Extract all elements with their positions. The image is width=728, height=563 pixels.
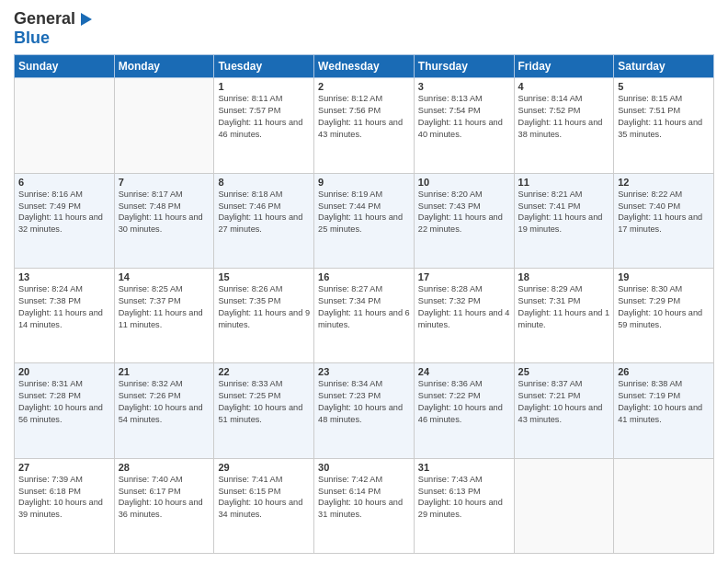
calendar-day-cell: 30Sunrise: 7:42 AMSunset: 6:14 PMDayligh… xyxy=(314,458,415,553)
day-number: 14 xyxy=(119,271,210,282)
logo-line1: General xyxy=(14,9,75,29)
calendar-day-cell: 8Sunrise: 8:18 AMSunset: 7:46 PMDaylight… xyxy=(214,173,314,268)
calendar-week-row: 1Sunrise: 8:11 AMSunset: 7:57 PMDaylight… xyxy=(15,78,714,173)
day-info: Sunrise: 8:28 AMSunset: 7:32 PMDaylight:… xyxy=(418,283,510,331)
day-number: 10 xyxy=(418,177,510,188)
day-info: Sunrise: 8:34 AMSunset: 7:23 PMDaylight:… xyxy=(318,378,410,426)
day-number: 25 xyxy=(518,366,610,377)
calendar-day-cell: 20Sunrise: 8:31 AMSunset: 7:28 PMDayligh… xyxy=(15,363,115,458)
day-number: 6 xyxy=(18,177,110,188)
day-number: 1 xyxy=(218,81,310,92)
calendar-week-row: 13Sunrise: 8:24 AMSunset: 7:38 PMDayligh… xyxy=(15,269,714,363)
day-number: 9 xyxy=(318,177,410,188)
day-info: Sunrise: 8:27 AMSunset: 7:34 PMDaylight:… xyxy=(318,283,410,331)
calendar-day-cell: 14Sunrise: 8:25 AMSunset: 7:37 PMDayligh… xyxy=(114,269,214,363)
day-number: 8 xyxy=(218,177,310,188)
day-number: 28 xyxy=(119,462,210,473)
calendar-day-cell: 29Sunrise: 7:41 AMSunset: 6:15 PMDayligh… xyxy=(214,458,314,553)
day-info: Sunrise: 7:43 AMSunset: 6:13 PMDaylight:… xyxy=(418,474,510,522)
day-number: 15 xyxy=(218,271,310,282)
day-info: Sunrise: 8:18 AMSunset: 7:46 PMDaylight:… xyxy=(218,189,310,236)
calendar-day-cell: 26Sunrise: 8:38 AMSunset: 7:19 PMDayligh… xyxy=(614,363,714,458)
calendar-day-cell: 12Sunrise: 8:22 AMSunset: 7:40 PMDayligh… xyxy=(614,173,714,268)
calendar-empty-cell xyxy=(514,458,614,553)
weekday-header-row: SundayMondayTuesdayWednesdayThursdayFrid… xyxy=(15,55,714,78)
logo-graphic: General Blue xyxy=(14,9,75,47)
calendar-day-cell: 6Sunrise: 8:16 AMSunset: 7:49 PMDaylight… xyxy=(15,173,115,268)
day-number: 12 xyxy=(618,177,710,188)
day-number: 13 xyxy=(18,271,110,282)
calendar-empty-cell xyxy=(114,78,214,173)
day-info: Sunrise: 8:36 AMSunset: 7:22 PMDaylight:… xyxy=(418,378,510,426)
day-number: 22 xyxy=(218,366,310,377)
logo: General Blue xyxy=(14,9,75,47)
day-info: Sunrise: 8:14 AMSunset: 7:52 PMDaylight:… xyxy=(518,93,610,141)
day-info: Sunrise: 8:11 AMSunset: 7:57 PMDaylight:… xyxy=(218,93,310,141)
calendar-day-cell: 24Sunrise: 8:36 AMSunset: 7:22 PMDayligh… xyxy=(414,363,514,458)
day-info: Sunrise: 8:21 AMSunset: 7:41 PMDaylight:… xyxy=(518,189,610,236)
calendar-week-row: 20Sunrise: 8:31 AMSunset: 7:28 PMDayligh… xyxy=(15,363,714,458)
calendar-day-cell: 5Sunrise: 8:15 AMSunset: 7:51 PMDaylight… xyxy=(614,78,714,173)
calendar-day-cell: 1Sunrise: 8:11 AMSunset: 7:57 PMDaylight… xyxy=(214,78,314,173)
day-info: Sunrise: 8:29 AMSunset: 7:31 PMDaylight:… xyxy=(518,283,610,331)
calendar-day-cell: 25Sunrise: 8:37 AMSunset: 7:21 PMDayligh… xyxy=(514,363,614,458)
day-number: 24 xyxy=(418,366,510,377)
calendar-day-cell: 4Sunrise: 8:14 AMSunset: 7:52 PMDaylight… xyxy=(514,78,614,173)
day-info: Sunrise: 8:24 AMSunset: 7:38 PMDaylight:… xyxy=(18,283,110,331)
day-number: 23 xyxy=(318,366,410,377)
day-number: 18 xyxy=(518,271,610,282)
calendar-day-cell: 7Sunrise: 8:17 AMSunset: 7:48 PMDaylight… xyxy=(114,173,214,268)
day-info: Sunrise: 8:13 AMSunset: 7:54 PMDaylight:… xyxy=(418,93,510,141)
calendar-day-cell: 17Sunrise: 8:28 AMSunset: 7:32 PMDayligh… xyxy=(414,269,514,363)
weekday-header: Saturday xyxy=(614,55,714,78)
day-number: 21 xyxy=(119,366,210,377)
weekday-header: Tuesday xyxy=(214,55,314,78)
day-info: Sunrise: 8:20 AMSunset: 7:43 PMDaylight:… xyxy=(418,189,510,236)
day-info: Sunrise: 8:37 AMSunset: 7:21 PMDaylight:… xyxy=(518,378,610,426)
calendar-day-cell: 22Sunrise: 8:33 AMSunset: 7:25 PMDayligh… xyxy=(214,363,314,458)
day-info: Sunrise: 8:25 AMSunset: 7:37 PMDaylight:… xyxy=(119,283,210,331)
day-info: Sunrise: 8:38 AMSunset: 7:19 PMDaylight:… xyxy=(618,378,710,426)
calendar-day-cell: 16Sunrise: 8:27 AMSunset: 7:34 PMDayligh… xyxy=(314,269,415,363)
calendar-day-cell: 27Sunrise: 7:39 AMSunset: 6:18 PMDayligh… xyxy=(15,458,115,553)
day-info: Sunrise: 8:19 AMSunset: 7:44 PMDaylight:… xyxy=(318,189,410,236)
day-number: 16 xyxy=(318,271,410,282)
day-number: 7 xyxy=(119,177,210,188)
weekday-header: Wednesday xyxy=(314,55,415,78)
day-number: 26 xyxy=(618,366,710,377)
day-number: 17 xyxy=(418,271,510,282)
calendar-day-cell: 21Sunrise: 8:32 AMSunset: 7:26 PMDayligh… xyxy=(114,363,214,458)
calendar-day-cell: 15Sunrise: 8:26 AMSunset: 7:35 PMDayligh… xyxy=(214,269,314,363)
calendar-day-cell: 18Sunrise: 8:29 AMSunset: 7:31 PMDayligh… xyxy=(514,269,614,363)
calendar-day-cell: 3Sunrise: 8:13 AMSunset: 7:54 PMDaylight… xyxy=(414,78,514,173)
day-number: 27 xyxy=(18,462,110,473)
day-info: Sunrise: 8:33 AMSunset: 7:25 PMDaylight:… xyxy=(218,378,310,426)
calendar-day-cell: 11Sunrise: 8:21 AMSunset: 7:41 PMDayligh… xyxy=(514,173,614,268)
calendar-empty-cell xyxy=(614,458,714,553)
day-info: Sunrise: 8:26 AMSunset: 7:35 PMDaylight:… xyxy=(218,283,310,331)
day-info: Sunrise: 7:40 AMSunset: 6:17 PMDaylight:… xyxy=(119,474,210,522)
day-number: 11 xyxy=(518,177,610,188)
day-info: Sunrise: 8:32 AMSunset: 7:26 PMDaylight:… xyxy=(119,378,210,426)
day-info: Sunrise: 8:12 AMSunset: 7:56 PMDaylight:… xyxy=(318,93,410,141)
calendar-day-cell: 28Sunrise: 7:40 AMSunset: 6:17 PMDayligh… xyxy=(114,458,214,553)
day-number: 31 xyxy=(418,462,510,473)
svg-marker-0 xyxy=(81,13,92,26)
day-number: 4 xyxy=(518,81,610,92)
calendar-empty-cell xyxy=(15,78,115,173)
calendar-day-cell: 9Sunrise: 8:19 AMSunset: 7:44 PMDaylight… xyxy=(314,173,415,268)
weekday-header: Thursday xyxy=(414,55,514,78)
day-number: 29 xyxy=(218,462,310,473)
day-info: Sunrise: 8:31 AMSunset: 7:28 PMDaylight:… xyxy=(18,378,110,426)
day-info: Sunrise: 8:22 AMSunset: 7:40 PMDaylight:… xyxy=(618,189,710,236)
day-number: 2 xyxy=(318,81,410,92)
weekday-header: Friday xyxy=(514,55,614,78)
day-info: Sunrise: 7:39 AMSunset: 6:18 PMDaylight:… xyxy=(18,474,110,522)
header: General Blue xyxy=(14,9,714,47)
calendar-day-cell: 23Sunrise: 8:34 AMSunset: 7:23 PMDayligh… xyxy=(314,363,415,458)
day-info: Sunrise: 8:15 AMSunset: 7:51 PMDaylight:… xyxy=(618,93,710,141)
calendar-day-cell: 19Sunrise: 8:30 AMSunset: 7:29 PMDayligh… xyxy=(614,269,714,363)
day-number: 20 xyxy=(18,366,110,377)
day-number: 19 xyxy=(618,271,710,282)
day-info: Sunrise: 8:17 AMSunset: 7:48 PMDaylight:… xyxy=(119,189,210,236)
